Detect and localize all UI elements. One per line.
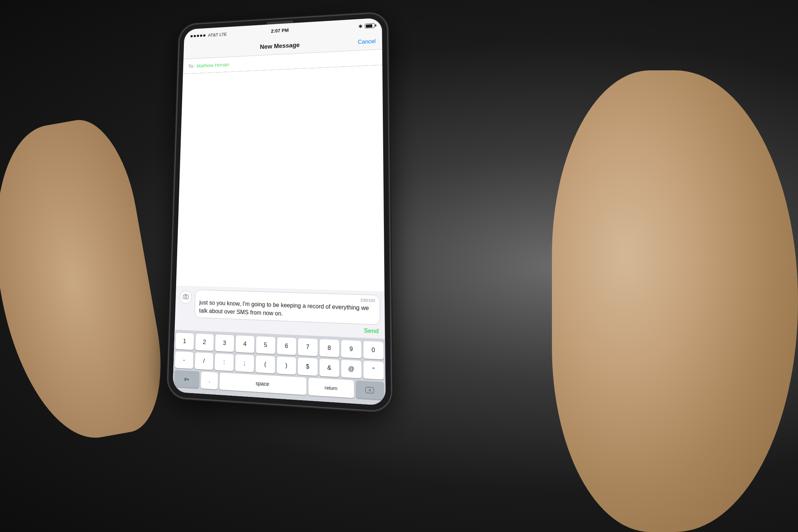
status-right: ✱ [359, 23, 375, 29]
signal-dot-1 [191, 35, 193, 37]
phone-screen: AT&T LTE 2:07 PM ✱ New Message Cancel [173, 18, 386, 405]
status-time: 2:07 PM [271, 27, 289, 34]
nav-title: New Message [260, 41, 300, 51]
keyboard: 1 2 3 4 5 6 7 8 9 0 - / [173, 330, 386, 406]
key-ampersand[interactable]: & [319, 359, 339, 377]
key-6[interactable]: 6 [277, 337, 296, 355]
key-semicolon[interactable]: ; [235, 354, 254, 372]
message-body-area[interactable] [176, 65, 385, 291]
key-9[interactable]: 9 [341, 340, 361, 358]
key-closeparen[interactable]: ) [277, 357, 296, 375]
bluetooth-icon: ✱ [359, 24, 363, 29]
hand-left [0, 113, 174, 450]
signal-dot-4 [200, 34, 202, 37]
key-2[interactable]: 2 [195, 334, 214, 351]
key-colon[interactable]: : [215, 353, 234, 371]
signal-dots [191, 34, 206, 37]
camera-button[interactable] [180, 291, 192, 304]
key-quote[interactable]: " [363, 361, 384, 380]
key-delete[interactable] [356, 380, 384, 400]
signal-dot-3 [197, 34, 199, 37]
to-label: To: [188, 63, 195, 69]
key-3[interactable]: 3 [215, 334, 234, 352]
message-text-content: just so you know, I'm going to be keepin… [199, 299, 375, 321]
status-left: AT&T LTE [191, 32, 227, 39]
carrier-label: AT&T LTE [208, 32, 227, 38]
phone-device: AT&T LTE 2:07 PM ✱ New Message Cancel [167, 12, 392, 412]
svg-rect-0 [183, 295, 189, 299]
key-1[interactable]: 1 [175, 333, 194, 350]
key-space[interactable]: space [219, 373, 307, 395]
key-return[interactable]: return [308, 378, 354, 398]
key-period[interactable]: . [201, 372, 218, 390]
signal-dot-2 [194, 35, 196, 37]
key-0[interactable]: 0 [363, 341, 384, 360]
key-openparen[interactable]: ( [256, 355, 275, 374]
hand-right [552, 70, 798, 532]
key-4[interactable]: 4 [236, 335, 255, 353]
scene: AT&T LTE 2:07 PM ✱ New Message Cancel [0, 0, 798, 532]
svg-point-1 [185, 296, 187, 298]
to-recipient: Mathew Honan [197, 62, 229, 69]
key-slash[interactable]: / [194, 352, 213, 370]
key-minus[interactable]: - [175, 351, 193, 369]
battery-fill [366, 24, 372, 28]
camera-icon [182, 294, 189, 301]
svg-rect-2 [185, 294, 187, 295]
cancel-button[interactable]: Cancel [358, 38, 376, 45]
key-5[interactable]: 5 [256, 336, 275, 354]
delete-icon [366, 387, 374, 393]
battery-indicator [365, 23, 375, 28]
key-dollar[interactable]: $ [298, 358, 317, 376]
signal-dot-5 [203, 34, 206, 37]
key-8[interactable]: 8 [319, 339, 339, 357]
key-at[interactable]: @ [341, 360, 361, 378]
key-7[interactable]: 7 [298, 338, 317, 356]
send-button[interactable]: Send [364, 327, 379, 335]
key-more-symbols[interactable]: #+­ [174, 370, 199, 388]
